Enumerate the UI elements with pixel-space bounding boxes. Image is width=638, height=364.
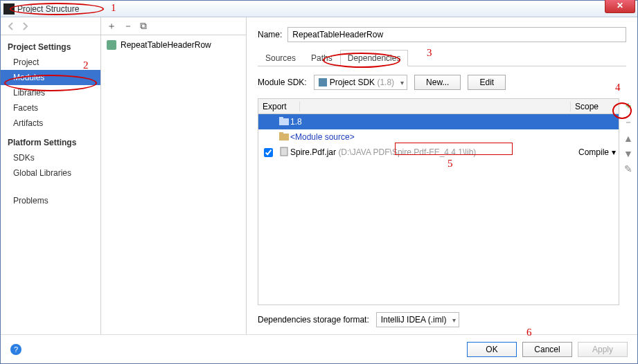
- new-sdk-button[interactable]: New...: [414, 75, 461, 90]
- sdk-value-prefix: Project SDK: [330, 78, 375, 87]
- nav-item-artifacts[interactable]: Artifacts: [1, 116, 100, 131]
- folder-icon: [278, 132, 290, 143]
- dialog-body: Project Settings Project Modules Librari…: [1, 17, 637, 334]
- apply-button[interactable]: Apply: [578, 342, 628, 357]
- module-icon: [107, 40, 116, 50]
- nav-item-libraries[interactable]: Libraries: [1, 85, 100, 100]
- nav-list: Project Settings Project Modules Librari…: [1, 35, 100, 334]
- settings-nav: Project Settings Project Modules Librari…: [1, 17, 101, 334]
- sdk-combo[interactable]: Project SDK (1.8): [314, 75, 407, 90]
- name-row: Name:: [247, 17, 637, 49]
- svg-rect-3: [279, 132, 283, 135]
- storage-format-combo[interactable]: IntelliJ IDEA (.iml): [376, 312, 460, 327]
- tab-paths[interactable]: Paths: [303, 50, 340, 66]
- app-icon: [3, 3, 15, 15]
- dep-row-module-source[interactable]: <Module source>: [258, 129, 619, 145]
- sdk-icon: [319, 78, 327, 87]
- nav-header-platform: Platform Settings: [1, 135, 100, 150]
- sdk-row: Module SDK: Project SDK (1.8) New... Edi…: [247, 66, 637, 98]
- dep-row-text: Spire.Pdf.jar (D:\JAVA PDF\Spire.Pdf-FE_…: [290, 147, 569, 157]
- nav-item-problems[interactable]: Problems: [1, 193, 100, 208]
- nav-item-sdks[interactable]: SDKs: [1, 150, 100, 165]
- module-column: ＋ － ⧉ RepeatTableHeaderRow: [101, 17, 247, 334]
- close-button[interactable]: ✕: [605, 0, 635, 13]
- nav-item-modules[interactable]: Modules: [1, 70, 100, 85]
- move-up-button[interactable]: ▲: [623, 133, 633, 144]
- edit-dependency-button[interactable]: ✎: [624, 163, 632, 174]
- dependencies-table: Export Scope 1.8: [258, 98, 619, 305]
- storage-format-label: Dependencies storage format:: [258, 315, 369, 325]
- svg-rect-4: [281, 147, 287, 156]
- dialog-footer: ? OK Cancel Apply: [1, 334, 637, 363]
- nav-item-facets[interactable]: Facets: [1, 100, 100, 116]
- col-scope: Scope: [570, 102, 619, 111]
- module-toolbar: ＋ － ⧉: [101, 17, 246, 35]
- module-tabs: Sources Paths Dependencies: [258, 49, 626, 66]
- dep-side-toolbar: ＋ － ▲ ▼ ✎: [619, 98, 637, 305]
- sdk-value-suffix: (1.8): [377, 78, 394, 87]
- remove-dependency-button[interactable]: －: [623, 116, 633, 129]
- forward-icon[interactable]: [20, 21, 30, 31]
- module-item-label: RepeatTableHeaderRow: [121, 40, 211, 50]
- col-export: Export: [258, 102, 300, 111]
- module-item[interactable]: RepeatTableHeaderRow: [101, 38, 246, 52]
- chevron-down-icon: ▾: [612, 147, 616, 157]
- remove-module-button[interactable]: －: [123, 20, 133, 33]
- help-button[interactable]: ?: [10, 344, 21, 355]
- scope-value: Compile: [578, 147, 609, 157]
- edit-sdk-button[interactable]: Edit: [468, 75, 506, 90]
- back-icon[interactable]: [6, 21, 16, 31]
- add-dependency-button[interactable]: ＋: [623, 100, 633, 112]
- titlebar: Project Structure ✕: [1, 1, 637, 17]
- ok-button[interactable]: OK: [467, 342, 517, 357]
- nav-item-global-libraries[interactable]: Global Libraries: [1, 165, 100, 181]
- name-label: Name:: [258, 30, 282, 39]
- window-title: Project Structure: [17, 4, 79, 14]
- dep-row-check[interactable]: [258, 146, 278, 159]
- dep-row-jar[interactable]: Spire.Pdf.jar (D:\JAVA PDF\Spire.Pdf-FE_…: [258, 145, 619, 160]
- project-structure-dialog: Project Structure ✕ Project Settings Pro…: [0, 0, 638, 364]
- dep-row-sdk[interactable]: 1.8: [258, 114, 619, 129]
- storage-format-row: Dependencies storage format: IntelliJ ID…: [247, 305, 637, 334]
- copy-module-button[interactable]: ⧉: [140, 20, 147, 32]
- dep-table-header: Export Scope: [258, 99, 619, 114]
- main-panel: Name: Sources Paths Dependencies Module …: [247, 17, 637, 334]
- nav-header-project: Project Settings: [1, 39, 100, 55]
- folder-icon: [278, 117, 290, 127]
- module-list: RepeatTableHeaderRow: [101, 35, 246, 334]
- dependencies-wrap: Export Scope 1.8: [258, 98, 637, 305]
- dep-row-text: <Module source>: [290, 132, 569, 142]
- move-down-button[interactable]: ▼: [623, 148, 633, 159]
- dep-row-scope[interactable]: Compile ▾: [569, 147, 619, 157]
- dep-row-text: 1.8: [290, 117, 569, 127]
- export-checkbox[interactable]: [264, 148, 273, 157]
- storage-format-value: IntelliJ IDEA (.iml): [381, 315, 447, 325]
- tab-dependencies[interactable]: Dependencies: [340, 50, 409, 66]
- sdk-label: Module SDK:: [258, 78, 307, 87]
- tab-sources[interactable]: Sources: [258, 50, 303, 66]
- name-input[interactable]: [287, 27, 626, 42]
- dep-table-body: 1.8 <Module source>: [258, 114, 619, 304]
- add-module-button[interactable]: ＋: [107, 20, 116, 33]
- cancel-button[interactable]: Cancel: [522, 342, 572, 357]
- jar-icon: [278, 147, 290, 158]
- nav-history-bar: [1, 17, 100, 35]
- nav-item-project[interactable]: Project: [1, 55, 100, 70]
- svg-rect-1: [279, 117, 283, 120]
